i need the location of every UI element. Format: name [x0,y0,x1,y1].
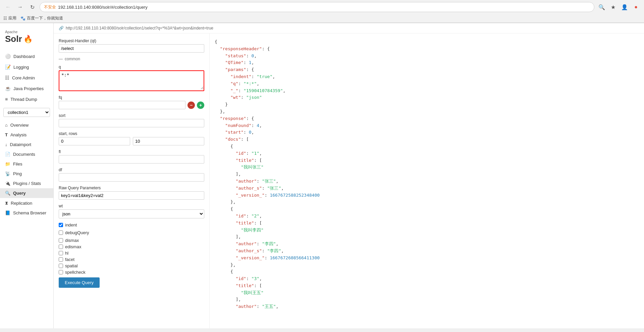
indent-group: indent [59,222,204,227]
sidebar-item-documents[interactable]: 📄 Documents [0,149,53,159]
start-rows-group: start, rows [59,131,204,145]
profile-button[interactable]: 👤 [620,2,629,12]
bookmark-button[interactable]: ★ [608,2,618,12]
sidebar-item-ping[interactable]: 📡 Ping [0,169,53,179]
dataimport-label: Dataimport [10,142,32,147]
sidebar-item-dataimport[interactable]: ↓ Dataimport [0,140,53,149]
bookmark-apps[interactable]: ☷ 应用 [3,15,16,21]
sidebar-item-schema-browser[interactable]: 📘 Schema Browser [0,208,53,218]
main-content: 🔗 http://192.168.110.140:8080/solr/colle… [54,23,644,328]
query-url-bar: 🔗 http://192.168.110.140:8080/solr/colle… [54,23,644,34]
thread-dump-icon: ≡ [5,96,8,102]
fq-add-button[interactable]: + [197,102,204,109]
sidebar-item-query[interactable]: 🔍 Query [0,188,53,198]
solr-text-label: Solr [5,34,22,44]
bookmark-apps-label: 应用 [8,15,16,21]
java-icon: ☕ [5,86,11,91]
fq-label: fq [59,95,204,100]
ping-icon: 📡 [5,171,10,176]
sidebar-item-analysis[interactable]: T Analysis [0,130,53,140]
debug-query-label: debugQuery [65,230,89,235]
dataimport-icon: ↓ [5,142,7,147]
files-icon: 📁 [5,161,10,167]
q-textarea[interactable]: *:* [59,71,204,89]
sidebar-item-java-properties[interactable]: ☕ Java Properties [0,83,53,94]
execute-query-button[interactable]: Execute Query [59,277,100,288]
solr-logo: Apache Solr 🔥 [0,26,53,51]
facet-checkbox[interactable] [59,257,63,262]
apps-icon: ☷ [3,16,7,21]
spellcheck-checkbox[interactable] [59,270,63,274]
overview-icon: ⌂ [5,123,8,128]
dismax-checkbox[interactable] [59,238,63,243]
fl-input[interactable] [59,155,204,163]
sidebar-item-plugins-stats[interactable]: 🔌 Plugins / Stats [0,179,53,188]
plugins-icon: 🔌 [5,181,10,186]
url-icon: 🔗 [59,26,64,30]
sort-input[interactable] [59,119,204,127]
start-input[interactable] [59,137,130,145]
sidebar-item-overview[interactable]: ⌂ Overview [0,120,53,130]
bookmark-baidu[interactable]: 🐾 百度一下，你就知道 [20,15,63,21]
facet-label: facet [65,257,74,262]
app-container: Apache Solr 🔥 ⚪ Dashboard 📝 Logging ☷ Co… [0,23,644,328]
ping-label: Ping [13,171,22,176]
debug-query-group: debugQuery [59,230,204,235]
request-handler-label: Request-Handler (qt) [59,39,204,43]
json-output: { "responseHeader": { "status": 0, "QTim… [215,39,639,310]
sidebar-item-files[interactable]: 📁 Files [0,159,53,169]
q-field-wrapper: *:* [59,70,204,91]
indent-label: indent [65,222,77,227]
spatial-label: spatial [65,263,78,268]
df-input[interactable] [59,173,204,182]
request-handler-input[interactable] [59,44,204,53]
wt-select[interactable]: json xml csv python ruby php velocity [59,209,204,218]
address-bar[interactable]: 不安全 192.168.110.140:8080/solr/#/collecti… [40,2,594,12]
core-admin-label: Core Admin [12,75,35,80]
replication-label: Replication [11,201,32,206]
menu-button[interactable]: ● [631,2,641,12]
fq-remove-button[interactable]: − [187,102,195,109]
sidebar-item-thread-dump[interactable]: ≡ Thread Dump [0,94,53,105]
df-label: df [59,168,204,172]
dashboard-icon: ⚪ [5,54,11,59]
forward-button[interactable]: → [15,2,25,12]
baidu-icon: 🐾 [20,16,25,21]
documents-icon: 📄 [5,152,10,157]
common-section-header: common [59,57,204,61]
back-button[interactable]: ← [3,2,13,12]
fl-label: fl [59,149,204,154]
spellcheck-label: spellcheck [65,270,86,275]
sidebar-item-dashboard[interactable]: ⚪ Dashboard [0,51,53,62]
java-properties-label: Java Properties [13,86,44,91]
browser-chrome: ← → ↻ 不安全 192.168.110.140:8080/solr/#/co… [0,0,644,23]
collection-subnav: ⌂ Overview T Analysis ↓ Dataimport 📄 Doc… [0,120,53,218]
facet-group: facet [59,257,204,262]
sidebar: Apache Solr 🔥 ⚪ Dashboard 📝 Logging ☷ Co… [0,23,54,328]
sidebar-item-logging[interactable]: 📝 Logging [0,62,53,72]
q-label: q [59,65,204,69]
debug-query-checkbox[interactable] [59,230,63,235]
sidebar-item-replication[interactable]: ⧗ Replication [0,198,53,208]
search-button[interactable]: 🔍 [597,2,606,12]
sidebar-item-core-admin[interactable]: ☷ Core Admin [0,72,53,83]
files-label: Files [13,161,22,167]
reload-button[interactable]: ↻ [28,2,37,12]
query-url-text: http://192.168.110.140:8080/solr/collect… [66,26,213,30]
edismax-checkbox[interactable] [59,245,63,249]
rows-input[interactable] [133,137,204,145]
logging-icon: 📝 [5,64,11,70]
collection-dropdown[interactable]: collection1 [3,108,50,117]
fq-input[interactable] [59,101,185,109]
edismax-group: edismax [59,244,204,249]
browser-toolbar: ← → ↻ 不安全 192.168.110.140:8080/solr/#/co… [0,0,644,14]
documents-label: Documents [13,152,35,157]
indent-checkbox[interactable] [59,223,63,227]
spatial-group: spatial [59,263,204,268]
spatial-checkbox[interactable] [59,264,63,268]
hl-checkbox[interactable] [59,251,63,255]
raw-query-input[interactable] [59,191,204,200]
hl-label: hl [65,251,68,256]
collection-selector[interactable]: collection1 [3,108,50,117]
facet-checkboxes-section: dismax edismax hl facet [59,238,204,275]
